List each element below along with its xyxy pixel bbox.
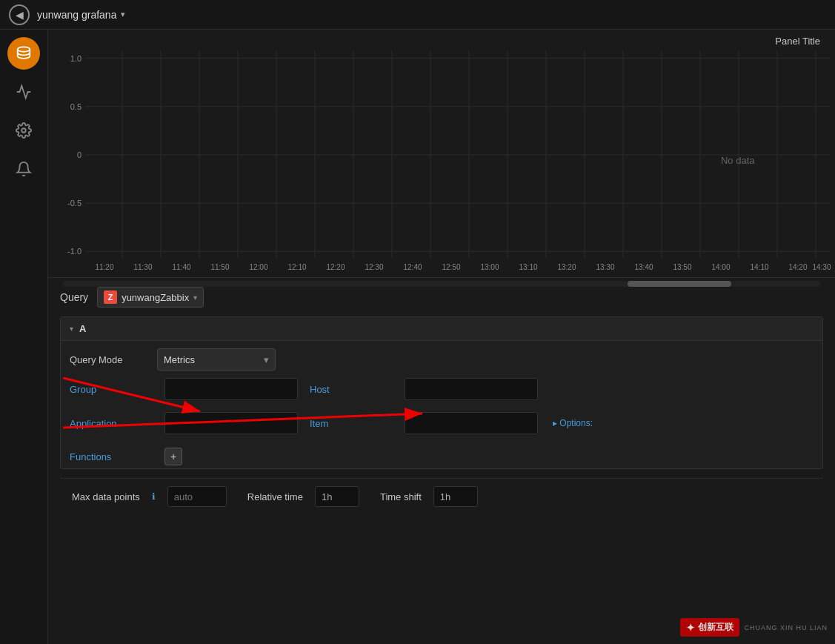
watermark-logo: ✦ 创新互联 bbox=[680, 618, 739, 637]
title-chevron: ▾ bbox=[121, 10, 125, 19]
group-host-row: Group Host bbox=[61, 374, 822, 405]
relative-time-label: Relative time bbox=[247, 491, 303, 502]
query-block-a: ▾ A Query Mode Metrics ▾ Group Host bbox=[60, 316, 823, 469]
max-data-points-input[interactable] bbox=[167, 486, 227, 507]
watermark-box-text: 创新互联 bbox=[698, 621, 733, 634]
svg-text:13:20: 13:20 bbox=[558, 263, 576, 271]
bottom-options-row: Max data points ℹ Relative time Time shi… bbox=[60, 478, 823, 514]
relative-time-input[interactable] bbox=[315, 486, 359, 507]
svg-text:12:20: 12:20 bbox=[327, 263, 345, 271]
query-label: Query bbox=[60, 291, 88, 303]
svg-text:14:10: 14:10 bbox=[751, 263, 769, 271]
datasource-name: yunwangZabbix bbox=[122, 292, 189, 303]
query-block-header: ▾ A bbox=[61, 317, 822, 341]
svg-text:12:40: 12:40 bbox=[404, 263, 422, 271]
functions-row: Functions + bbox=[61, 445, 822, 468]
svg-text:13:40: 13:40 bbox=[635, 263, 653, 271]
svg-point-1 bbox=[21, 128, 26, 133]
svg-text:13:50: 13:50 bbox=[673, 263, 692, 271]
chart-area: Panel Title bbox=[48, 30, 835, 278]
group-input[interactable] bbox=[164, 378, 298, 400]
svg-text:12:50: 12:50 bbox=[442, 263, 461, 271]
svg-text:11:30: 11:30 bbox=[134, 263, 153, 271]
host-label: Host bbox=[310, 384, 399, 395]
svg-text:1.0: 1.0 bbox=[70, 54, 81, 63]
chart-scrollbar[interactable] bbox=[63, 281, 820, 287]
svg-text:12:30: 12:30 bbox=[365, 263, 384, 271]
add-function-button[interactable]: + bbox=[164, 448, 182, 465]
query-panel: Query Z yunwangZabbix ▾ ▾ A Query Mode M bbox=[48, 278, 835, 644]
application-input[interactable] bbox=[164, 412, 298, 434]
sidebar-icon-chart[interactable] bbox=[7, 76, 40, 108]
query-mode-arrow: ▾ bbox=[264, 354, 269, 365]
svg-text:0: 0 bbox=[77, 150, 81, 159]
svg-text:13:00: 13:00 bbox=[481, 263, 499, 271]
query-mode-label: Query Mode bbox=[70, 354, 151, 365]
group-label: Group bbox=[70, 384, 159, 395]
top-bar: ◀ yunwang grafana ▾ bbox=[0, 0, 835, 30]
svg-text:14:30: 14:30 bbox=[813, 263, 831, 271]
watermark-icon: ✦ bbox=[686, 622, 695, 634]
app-item-row: Application Item ▸ Options: bbox=[61, 411, 822, 439]
svg-text:14:20: 14:20 bbox=[789, 263, 808, 271]
svg-rect-2 bbox=[48, 36, 835, 277]
scrollbar-thumb[interactable] bbox=[628, 281, 731, 287]
info-icon[interactable]: ℹ bbox=[152, 491, 156, 502]
max-data-points-label: Max data points bbox=[72, 491, 140, 502]
sidebar-icon-bell[interactable] bbox=[7, 153, 40, 185]
datasource-z-letter: Z bbox=[104, 291, 117, 304]
chart-title: Panel Title bbox=[775, 36, 820, 47]
title-text: yunwang grafana bbox=[37, 9, 116, 21]
svg-text:14:00: 14:00 bbox=[712, 263, 731, 271]
datasource-dropdown-arrow: ▾ bbox=[193, 293, 197, 302]
options-link[interactable]: ▸ Options: bbox=[553, 418, 593, 428]
query-header: Query Z yunwangZabbix ▾ bbox=[60, 287, 823, 308]
query-id: A bbox=[79, 323, 86, 334]
svg-text:11:40: 11:40 bbox=[173, 263, 191, 271]
item-label: Item bbox=[310, 418, 399, 429]
query-mode-row: Query Mode Metrics ▾ bbox=[61, 341, 822, 374]
datasource-selector[interactable]: Z yunwangZabbix ▾ bbox=[97, 287, 204, 308]
query-mode-select[interactable]: Metrics ▾ bbox=[157, 348, 276, 371]
content-area: Panel Title bbox=[48, 30, 835, 644]
watermark-subtitle: CHUANG XIN HU LIAN bbox=[744, 624, 828, 631]
svg-point-0 bbox=[18, 47, 30, 51]
sidebar-icon-settings[interactable] bbox=[7, 114, 40, 147]
svg-text:11:50: 11:50 bbox=[211, 263, 230, 271]
chart-svg: 1.0 0.5 0 -0.5 -1.0 11:20 11:30 11:40 11… bbox=[48, 36, 835, 277]
host-input[interactable] bbox=[405, 378, 538, 400]
item-input[interactable] bbox=[405, 412, 538, 434]
query-mode-value: Metrics bbox=[164, 354, 195, 365]
functions-label: Functions bbox=[70, 451, 159, 462]
svg-text:No data: No data bbox=[721, 155, 755, 166]
sidebar bbox=[0, 30, 48, 644]
svg-text:0.5: 0.5 bbox=[70, 102, 81, 111]
svg-text:13:30: 13:30 bbox=[596, 263, 615, 271]
svg-text:-0.5: -0.5 bbox=[67, 199, 81, 208]
back-button[interactable]: ◀ bbox=[9, 4, 30, 25]
sidebar-icon-database[interactable] bbox=[7, 37, 40, 70]
svg-text:12:10: 12:10 bbox=[288, 263, 307, 271]
svg-text:-1.0: -1.0 bbox=[67, 247, 81, 256]
svg-text:12:00: 12:00 bbox=[250, 263, 268, 271]
collapse-arrow[interactable]: ▾ bbox=[70, 325, 73, 333]
watermark: ✦ 创新互联 CHUANG XIN HU LIAN bbox=[680, 618, 828, 637]
time-shift-input[interactable] bbox=[433, 486, 478, 507]
main-layout: Panel Title bbox=[0, 30, 835, 644]
svg-text:13:10: 13:10 bbox=[519, 263, 538, 271]
svg-text:11:20: 11:20 bbox=[96, 263, 114, 271]
application-label: Application bbox=[70, 418, 159, 429]
time-shift-label: Time shift bbox=[380, 491, 422, 502]
app-title: yunwang grafana ▾ bbox=[37, 9, 125, 21]
